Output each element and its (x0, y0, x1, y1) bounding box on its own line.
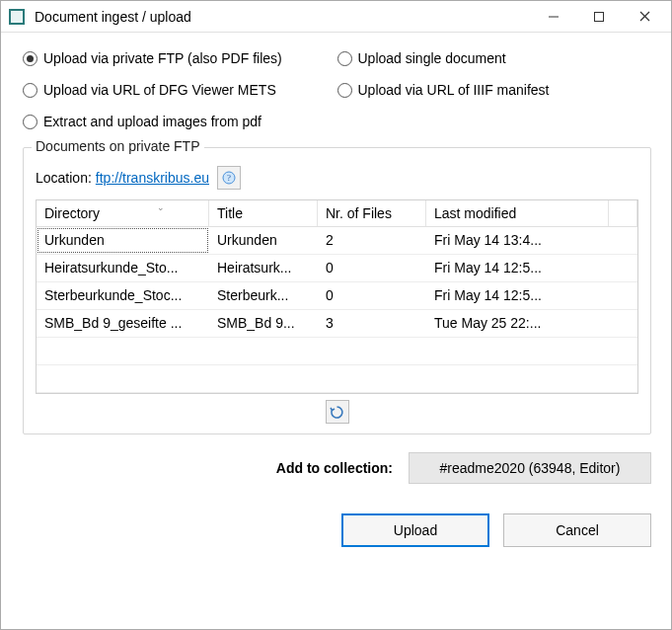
radio-dot-icon (23, 51, 37, 66)
table-cell (209, 365, 318, 392)
col-title[interactable]: Title (209, 200, 318, 226)
dialog-actions: Upload Cancel (23, 513, 651, 547)
table-cell (209, 338, 318, 364)
table-cell (318, 365, 426, 392)
radio-label: Upload via URL of DFG Viewer METS (43, 82, 276, 98)
radio-label: Extract and upload images from pdf (43, 114, 261, 129)
table-cell: Sterbeurkunde_Stoc... (37, 282, 209, 309)
location-label: Location: (36, 170, 92, 186)
table-row (37, 338, 637, 365)
cancel-button[interactable]: Cancel (503, 513, 651, 547)
col-label: Nr. of Files (326, 205, 392, 221)
button-label: Upload (394, 522, 437, 538)
dialog-window: Document ingest / upload Upload via priv… (0, 0, 672, 630)
table-cell (609, 365, 637, 392)
table-cell (609, 227, 637, 254)
table-cell (318, 338, 426, 364)
table-cell: SMB_Bd 9... (209, 310, 318, 337)
table-row[interactable]: Heiratsurkunde_Sto...Heiratsurk...0Fri M… (37, 255, 637, 282)
table-cell (426, 365, 609, 392)
upload-button[interactable]: Upload (341, 513, 489, 547)
button-label: Cancel (556, 522, 599, 538)
table-cell: Heiratsurk... (209, 255, 318, 281)
add-collection-label: Add to collection: (276, 460, 393, 476)
table-cell: 2 (318, 227, 426, 254)
col-label: Directory (44, 205, 100, 221)
window-title: Document ingest / upload (33, 9, 531, 25)
table-cell: Urkunden (37, 227, 209, 254)
table-cell: 3 (318, 310, 426, 337)
radio-label: Upload via private FTP (also PDF files) (43, 50, 282, 66)
help-button[interactable]: ? (217, 166, 241, 190)
help-icon: ? (222, 171, 236, 185)
table-cell (609, 255, 637, 281)
radio-dot-icon (337, 83, 352, 98)
collection-selector-button[interactable]: #readme2020 (63948, Editor) (409, 452, 651, 484)
minimize-button[interactable] (531, 2, 576, 32)
table-cell: Urkunden (209, 227, 318, 254)
refresh-button[interactable] (326, 400, 349, 424)
radio-label: Upload single document (358, 50, 506, 66)
radio-dot-icon (23, 83, 37, 98)
table-row[interactable]: SMB_Bd 9_geseifte ...SMB_Bd 9...3Tue May… (37, 310, 637, 338)
radio-upload-pdf[interactable]: Extract and upload images from pdf (23, 114, 337, 129)
table-cell: 0 (318, 282, 426, 309)
upload-mode-radios: Upload via private FTP (also PDF files) … (23, 50, 651, 129)
app-icon (9, 9, 25, 25)
titlebar: Document ingest / upload (1, 1, 671, 33)
radio-upload-ftp[interactable]: Upload via private FTP (also PDF files) (23, 50, 337, 66)
location-row: Location: ftp://transkribus.eu ? (36, 166, 638, 190)
add-collection-row: Add to collection: #readme2020 (63948, E… (23, 452, 651, 484)
location-link[interactable]: ftp://transkribus.eu (96, 170, 209, 186)
table-cell: Fri May 14 12:5... (426, 255, 609, 281)
ftp-documents-group: Documents on private FTP Location: ftp:/… (23, 147, 651, 434)
table-cell (609, 338, 637, 364)
table-cell: 0 (318, 255, 426, 281)
table-cell: SMB_Bd 9_geseifte ... (37, 310, 209, 337)
table-row[interactable]: UrkundenUrkunden2Fri May 14 13:4... (37, 227, 637, 255)
documents-table: Directory ⌄ Title Nr. of Files Last modi… (36, 199, 638, 394)
radio-upload-iiif[interactable]: Upload via URL of IIIF manifest (337, 82, 652, 98)
col-last-modified[interactable]: Last modified (426, 200, 609, 226)
table-cell: Tue May 25 22:... (426, 310, 609, 337)
refresh-icon (330, 405, 344, 420)
radio-dot-icon (23, 115, 37, 129)
dialog-content: Upload via private FTP (also PDF files) … (1, 33, 671, 629)
svg-text:?: ? (227, 173, 231, 183)
close-button[interactable] (622, 2, 667, 32)
table-row[interactable]: Sterbeurkunde_Stoc...Sterbeurk...0Fri Ma… (37, 282, 637, 310)
col-directory[interactable]: Directory ⌄ (37, 200, 209, 226)
table-cell (609, 310, 637, 337)
table-cell: Fri May 14 13:4... (426, 227, 609, 254)
radio-label: Upload via URL of IIIF manifest (358, 82, 550, 98)
col-label: Title (217, 205, 243, 221)
window-controls (531, 2, 667, 32)
table-cell (37, 338, 209, 364)
table-cell: Fri May 14 12:5... (426, 282, 609, 309)
table-row (37, 365, 637, 393)
table-cell (37, 365, 209, 392)
radio-upload-mets[interactable]: Upload via URL of DFG Viewer METS (23, 82, 337, 98)
table-cell (426, 338, 609, 364)
col-label: Last modified (434, 205, 516, 221)
sort-indicator-icon: ⌄ (157, 202, 165, 212)
radio-upload-single[interactable]: Upload single document (337, 50, 652, 66)
maximize-button[interactable] (576, 2, 622, 32)
refresh-row (36, 400, 638, 424)
radio-dot-icon (337, 51, 352, 66)
collection-value: #readme2020 (63948, Editor) (440, 460, 621, 476)
table-cell: Heiratsurkunde_Sto... (37, 255, 209, 281)
col-blank (609, 200, 637, 226)
groupbox-title: Documents on private FTP (32, 138, 204, 154)
table-header: Directory ⌄ Title Nr. of Files Last modi… (37, 200, 637, 227)
table-cell (609, 282, 637, 309)
table-cell: Sterbeurk... (209, 282, 318, 309)
table-body: UrkundenUrkunden2Fri May 14 13:4...Heira… (37, 227, 637, 393)
svg-rect-1 (595, 12, 604, 21)
col-nr-files[interactable]: Nr. of Files (318, 200, 426, 226)
